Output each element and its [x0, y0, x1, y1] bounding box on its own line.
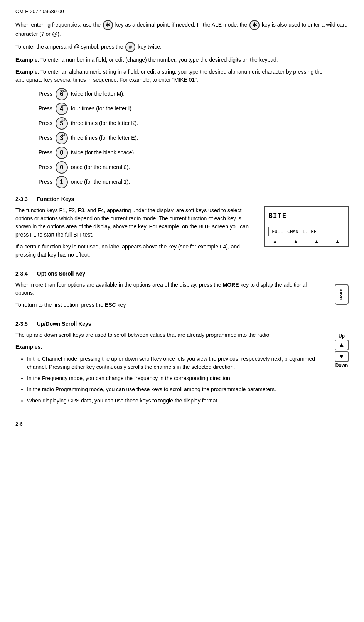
more-key-container: MORE: [335, 281, 349, 305]
section-233-para2: If a certain function key is not used, n…: [15, 243, 256, 259]
updown-keys: Up ▲ ▼ Down: [335, 333, 349, 369]
key-4-1: GHI4: [56, 103, 68, 115]
esc-bold-label: ESC: [105, 302, 116, 308]
more-key: MORE: [335, 284, 349, 305]
amp-text2: key twice.: [138, 43, 161, 49]
section-233-title: Function Keys: [37, 196, 74, 202]
section-234-p2b: key.: [118, 302, 127, 308]
down-arrow-button[interactable]: ▼: [335, 351, 349, 362]
section-234-title: Options Scroll Key: [37, 270, 85, 277]
bite-option-lrf: L. RF: [301, 228, 318, 235]
key-3-3: DEF3: [56, 132, 68, 144]
press-word-4: Press: [39, 149, 52, 157]
press-desc-3: three times (for the letter E).: [71, 134, 138, 142]
press-word-3: Press: [39, 134, 52, 142]
section-234-p1a: When more than four options are availabl…: [15, 282, 221, 288]
press-rows-block: PressMNO6twice (for the letter M).PressG…: [15, 88, 349, 188]
bullet-2: In the radio Programming mode, you can u…: [27, 385, 327, 394]
bite-options: FULL CHAN L. RF: [268, 227, 344, 236]
press-word-0: Press: [39, 90, 52, 98]
bite-arrow-1: ▲: [273, 238, 276, 245]
up-label: Up: [339, 333, 345, 340]
example2-text: : To enter an alphanumeric string in a f…: [15, 69, 323, 83]
press-word-1: Press: [39, 105, 52, 113]
section-234-heading: 2-3.4 Options Scroll Key: [15, 270, 349, 278]
section-235-num: 2-3.5: [15, 321, 28, 327]
bite-arrow-3: ▲: [315, 238, 318, 245]
press-row-6: Press1once (for the numeral 1).: [39, 176, 349, 188]
example2-para: Example: To enter an alphanumeric string…: [15, 68, 349, 84]
section-235-text: The up and down scroll keys are used to …: [15, 331, 327, 409]
freq-paragraph: When entering frequencies, use the ✱ key…: [15, 20, 349, 38]
key-6-0: MNO6: [56, 88, 68, 100]
example1-para: Example: To enter a number in a field, o…: [15, 56, 349, 64]
press-row-2: PressJKL5three times (for the letter K).: [39, 117, 349, 130]
press-desc-0: twice (for the letter M).: [71, 90, 125, 98]
examples-bold: Examples: [15, 344, 40, 350]
press-row-5: Press0once (for the numeral 0).: [39, 161, 349, 174]
example1-text: : To enter a number in a field, or edit …: [38, 57, 278, 63]
page-content: OM-E 2072-09689-00 When entering frequen…: [15, 8, 349, 428]
amp-text1: To enter the ampersand @ symbol, press t…: [15, 43, 123, 49]
section-233-text: The function keys F1, F2, F3, and F4, ap…: [15, 206, 256, 263]
bullet-3: When displaying GPS data, you can use th…: [27, 397, 327, 405]
star-key-1: ✱: [103, 20, 113, 30]
section-234-text: When more than four options are availabl…: [15, 281, 327, 313]
section-233: 2-3.3 Function Keys The function keys F1…: [15, 195, 349, 263]
press-word-2: Press: [39, 119, 52, 127]
hash-key: #: [125, 42, 135, 52]
up-arrow-button[interactable]: ▲: [335, 340, 349, 350]
down-label: Down: [335, 362, 348, 369]
press-desc-6: once (for the numeral 1).: [71, 178, 130, 186]
bite-display: BITE FULL CHAN L. RF ▲ ▲ ▲ ▲: [264, 206, 349, 247]
ampersand-paragraph: To enter the ampersand @ symbol, press t…: [15, 42, 349, 52]
press-word-6: Press: [39, 178, 52, 186]
page-number: 2-6: [15, 420, 349, 428]
press-word-5: Press: [39, 163, 52, 171]
key-5-2: JKL5: [56, 117, 68, 130]
section-235-heading: 2-3.5 Up/Down Scroll Keys: [15, 320, 349, 328]
section-233-para1: The function keys F1, F2, F3, and F4, ap…: [15, 206, 256, 239]
bite-arrow-2: ▲: [294, 238, 297, 245]
bite-option-empty: [319, 228, 334, 235]
section-235-content: The up and down scroll keys are used to …: [15, 331, 349, 409]
section-235: 2-3.5 Up/Down Scroll Keys The up and dow…: [15, 320, 349, 409]
press-desc-1: four times (for the letter I).: [71, 105, 133, 113]
section-233-heading: 2-3.3 Function Keys: [15, 195, 349, 203]
key-0-5: 0: [56, 161, 68, 174]
section-234-p2a: To return to the first option, press the: [15, 302, 103, 308]
bite-arrows: ▲ ▲ ▲ ▲: [268, 238, 344, 245]
examples-list: In the Channel mode, pressing the up or …: [27, 355, 327, 405]
bullet-0: In the Channel mode, pressing the up or …: [27, 355, 327, 371]
example1-label: Example: [15, 57, 38, 63]
key-1-6: 1: [56, 176, 68, 188]
section-234-content: When more than four options are availabl…: [15, 281, 349, 313]
bite-option-chan: CHAN: [286, 228, 300, 235]
section-234: 2-3.4 Options Scroll Key When more than …: [15, 270, 349, 313]
example2-label: Example: [15, 69, 38, 75]
press-row-4: Press0twice (for the blank space).: [39, 147, 349, 159]
examples-label: Examples:: [15, 343, 327, 351]
bite-title: BITE: [268, 210, 344, 221]
section-235-title: Up/Down Scroll Keys: [37, 321, 91, 327]
section-233-num: 2-3.3: [15, 196, 28, 202]
press-row-0: PressMNO6twice (for the letter M).: [39, 88, 349, 100]
section-233-content: The function keys F1, F2, F3, and F4, ap…: [15, 206, 349, 263]
key-0-4: 0: [56, 147, 68, 159]
section-234-num: 2-3.4: [15, 270, 28, 277]
section-234-para1: When more than four options are availabl…: [15, 281, 327, 297]
star-key-2: ✱: [249, 20, 260, 30]
press-desc-4: twice (for the blank space).: [71, 149, 135, 157]
press-row-3: PressDEF3three times (for the letter E).: [39, 132, 349, 144]
press-row-1: PressGHI4four times (for the letter I).: [39, 103, 349, 115]
more-bold-label: MORE: [223, 282, 239, 288]
bite-option-full: FULL: [270, 228, 285, 235]
press-desc-2: three times (for the letter K).: [71, 119, 138, 127]
bullet-1: In the Frequency mode, you can change th…: [27, 374, 327, 382]
freq-text1: When entering frequencies, use the: [15, 21, 101, 27]
freq-text2: key as a decimal point, if needed. In th…: [115, 21, 247, 27]
section-235-para1: The up and down scroll keys are used to …: [15, 331, 327, 339]
bite-arrow-4: ▲: [336, 238, 339, 245]
section-234-para2: To return to the first option, press the…: [15, 301, 327, 309]
doc-id: OM-E 2072-09689-00: [15, 8, 349, 15]
